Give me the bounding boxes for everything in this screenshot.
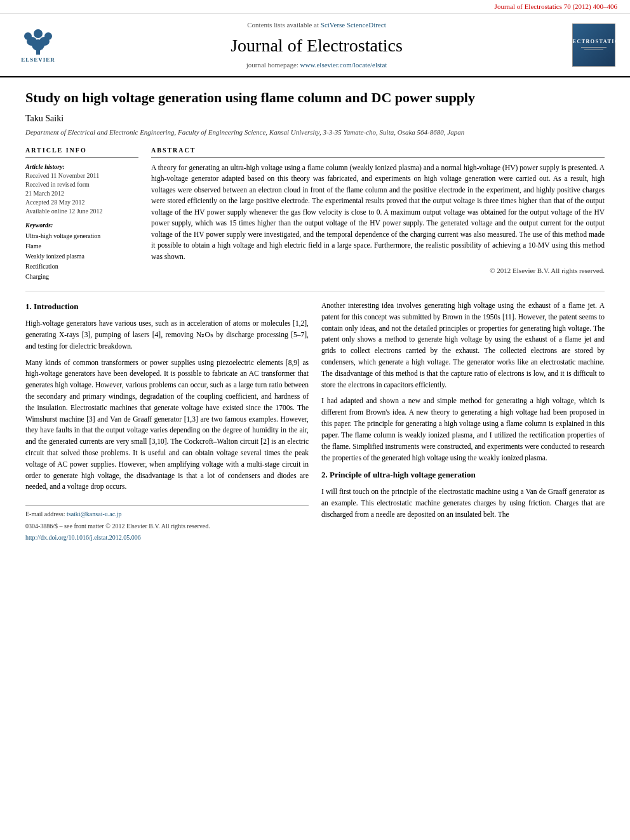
intro-para2: Many kinds of common transformers or pow… [25, 357, 309, 493]
principle-title: 2. Principle of ultra-high voltage gener… [321, 469, 605, 481]
article-abstract-row: ARTICLE INFO Article history: Received 1… [25, 146, 605, 282]
abstract-text: A theory for generating an ultra-high vo… [151, 163, 605, 262]
received-date: Received 11 November 2011 [25, 171, 138, 180]
principle-col2-para1: I will first touch on the principle of t… [321, 486, 605, 520]
doi-link[interactable]: http://dx.doi.org/10.1016/j.elstat.2012.… [25, 534, 141, 541]
article-info-title: ARTICLE INFO [25, 146, 138, 157]
keywords-section: Keywords: Ultra-high voltage generation … [25, 221, 138, 282]
journal-header: ELSEVIER Contents lists available at Sci… [0, 14, 630, 77]
intro-para1: High-voltage generators have various use… [25, 318, 309, 352]
homepage-line: journal homepage: www.elsevier.com/locat… [70, 60, 563, 70]
journal-badge-area: ELECTROSTATICS [570, 23, 617, 67]
keyword-4: Rectification [25, 262, 138, 272]
sciverse-link[interactable]: SciVerse ScienceDirect [321, 21, 386, 29]
journal-header-center: Contents lists available at SciVerse Sci… [70, 20, 563, 70]
keyword-3: Weakly ionized plasma [25, 251, 138, 262]
sciverse-line: Contents lists available at SciVerse Sci… [70, 20, 563, 30]
footnote-area: E-mail address: tsaiki@kansai-u.ac.jp 03… [25, 505, 309, 543]
email-link[interactable]: tsaiki@kansai-u.ac.jp [67, 510, 121, 517]
badge-title: ELECTROSTATICS [564, 39, 623, 45]
abstract-title: ABSTRACT [151, 146, 605, 157]
elsevier-tree-icon [19, 27, 57, 56]
email-line: E-mail address: tsaiki@kansai-u.ac.jp [25, 509, 309, 519]
elsevier-label: ELSEVIER [21, 56, 55, 64]
accepted-date: Accepted 28 May 2012 [25, 198, 138, 207]
svg-point-6 [34, 29, 43, 38]
paper-content: Study on high voltage generation using f… [0, 77, 630, 555]
paper-affiliation: Department of Electrical and Electronic … [25, 128, 605, 137]
paper-author: Taku Saiki [25, 112, 605, 125]
online-date: Available online 12 June 2012 [25, 207, 138, 216]
abstract-panel: ABSTRACT A theory for generating an ultr… [151, 146, 605, 282]
svg-point-5 [44, 32, 52, 40]
article-info-panel: ARTICLE INFO Article history: Received 1… [25, 146, 138, 282]
paper-title: Study on high voltage generation using f… [25, 89, 605, 107]
intro-col2-para2: I had adapted and shown a new and simple… [321, 396, 605, 463]
intro-title: 1. Introduction [25, 300, 309, 313]
history-label: Article history: [25, 163, 138, 171]
email-label: E-mail address: [25, 510, 65, 517]
homepage-link[interactable]: www.elsevier.com/locate/elstat [300, 61, 387, 69]
journal-ref: Journal of Electrostatics 70 (2012) 400–… [495, 3, 617, 10]
section-divider [25, 291, 605, 291]
doi-line: http://dx.doi.org/10.1016/j.elstat.2012.… [25, 532, 309, 543]
keyword-2: Flame [25, 241, 138, 251]
electrostatics-badge: ELECTROSTATICS [572, 23, 615, 67]
top-bar: Journal of Electrostatics 70 (2012) 400–… [0, 0, 630, 14]
revised-label: Received in revised form [25, 180, 138, 189]
revised-date: 21 March 2012 [25, 189, 138, 198]
keywords-label: Keywords: [25, 221, 138, 230]
body-col-left: 1. Introduction High-voltage generators … [25, 300, 309, 543]
article-history: Article history: Received 11 November 20… [25, 163, 138, 216]
issn-line: 0304-3886/$ – see front matter © 2012 El… [25, 521, 309, 531]
journal-title: Journal of Electrostatics [70, 33, 563, 58]
body-two-column: 1. Introduction High-voltage generators … [25, 300, 605, 543]
svg-point-4 [24, 32, 32, 40]
body-col-right: Another interesting idea involves genera… [321, 300, 605, 543]
keyword-1: Ultra-high voltage generation [25, 231, 138, 241]
elsevier-logo-area: ELSEVIER [13, 27, 64, 64]
copyright-line: © 2012 Elsevier B.V. All rights reserved… [151, 266, 605, 276]
intro-col2-para1: Another interesting idea involves genera… [321, 300, 605, 391]
keyword-5: Charging [25, 272, 138, 282]
